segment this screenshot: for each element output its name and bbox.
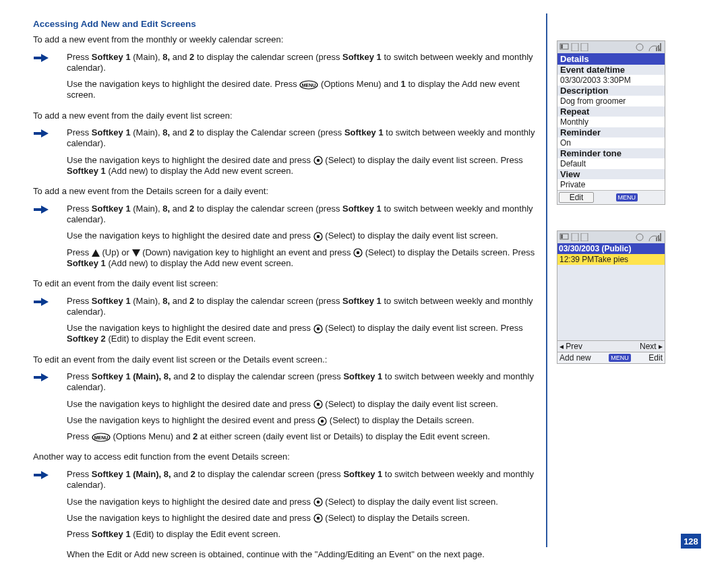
details-step1: Press Softkey 1 (Main), 8, and 2 to disp… <box>67 204 539 226</box>
svg-rect-37 <box>660 233 661 241</box>
svg-rect-32 <box>572 233 578 241</box>
softkey-menu: MENU <box>609 354 631 362</box>
status-bar <box>557 41 665 53</box>
svg-rect-31 <box>561 235 563 239</box>
down-icon <box>132 249 140 257</box>
signal-icon <box>636 43 663 51</box>
svg-marker-6 <box>92 249 100 257</box>
select-icon <box>313 232 323 241</box>
svg-point-5 <box>316 235 319 238</box>
monthly-step1: Press Softkey 1 (Main), 8, and 2 to disp… <box>67 52 539 74</box>
block-details: Press Softkey 1 (Main), 8, and 2 to disp… <box>33 204 539 269</box>
softkey-menu: MENU <box>616 193 638 201</box>
intro-another: Another way to access edit function from… <box>33 451 539 462</box>
value-view: Private <box>557 179 665 190</box>
softkey-edit: Edit <box>648 353 663 363</box>
event-row: 12:39 PMTake pies <box>557 254 665 265</box>
pointer-icon <box>33 469 67 480</box>
next-button: Next ▸ <box>640 342 663 351</box>
monthly-step2: Use the navigation keys to highlight the… <box>67 79 539 101</box>
label-view: View <box>557 169 665 179</box>
select-icon <box>313 497 323 507</box>
svg-point-34 <box>636 234 643 241</box>
svg-rect-33 <box>581 233 588 241</box>
edit-both-step1: Press Softkey 1 (Main), 8, and 2 to disp… <box>67 371 539 394</box>
select-icon <box>313 156 323 165</box>
softkey-edit: Edit <box>559 192 594 203</box>
svg-rect-36 <box>658 235 659 241</box>
status-bar <box>557 231 665 243</box>
block-another: Press Softkey 1 (Main), 8, and 2 to disp… <box>33 469 539 540</box>
pointer-icon <box>33 204 67 214</box>
intro-edit-both: To edit an event from the daily event li… <box>33 354 539 365</box>
value-event-datetime: 03/30/2003 3:30PM <box>557 75 665 86</box>
svg-point-19 <box>316 501 319 503</box>
svg-point-15 <box>321 419 324 422</box>
select-icon <box>317 416 327 426</box>
svg-point-21 <box>316 517 319 520</box>
svg-rect-29 <box>660 43 661 51</box>
svg-text:MENU: MENU <box>302 83 316 88</box>
svg-rect-35 <box>656 237 657 241</box>
phone-details-screen: Details Event date/time 03/30/2003 3:30P… <box>557 40 665 205</box>
another-step1: Press Softkey 1 (Main), 8, and 2 to disp… <box>67 469 539 491</box>
value-description: Dog from groomer <box>557 96 665 106</box>
select-icon <box>313 513 323 523</box>
select-icon <box>313 324 323 334</box>
details-title: Details <box>557 53 665 65</box>
label-reminder: Reminder <box>557 127 665 137</box>
phone-daily-list-screen: 03/30/2003 (Public) 12:39 PMTake pies ◂ … <box>557 230 665 364</box>
label-event-datetime: Event date/time <box>557 65 665 75</box>
another-step2: Use the navigation keys to highlight the… <box>67 497 539 507</box>
svg-point-13 <box>316 403 319 406</box>
intro-edit-daily: To edit an event from the daily event li… <box>33 278 539 289</box>
up-icon <box>92 249 100 257</box>
label-repeat: Repeat <box>557 106 665 117</box>
page-number: 128 <box>681 534 701 549</box>
svg-text:MENU: MENU <box>94 435 109 440</box>
pointer-icon <box>33 127 67 138</box>
softkey-addnew: Add new <box>559 353 591 363</box>
softkey-bar: Edit MENU <box>557 190 665 204</box>
intro-monthly: To add a new event from the monthly or w… <box>33 34 539 45</box>
select-icon <box>313 400 323 409</box>
pointer-icon <box>33 371 67 382</box>
label-description: Description <box>557 86 665 96</box>
pointer-icon <box>33 296 67 307</box>
intro-daily: To add a new event from the daily event … <box>33 111 539 121</box>
edit-daily-step1: Press Softkey 1 (Main), 8, and 2 to disp… <box>67 296 539 318</box>
divider <box>546 13 547 547</box>
daily-step1: Press Softkey 1 (Main), 8, and 2 to disp… <box>67 127 539 150</box>
edit-both-step3: Use the navigation keys to highlight the… <box>67 415 539 426</box>
menu-icon: MENU <box>92 433 111 442</box>
svg-rect-23 <box>561 44 563 49</box>
block-edit-daily: Press Softkey 1 (Main), 8, and 2 to disp… <box>33 296 539 345</box>
svg-rect-25 <box>581 43 588 51</box>
details-step3: Press (Up) or (Down) navigation key to h… <box>67 247 539 270</box>
daily-step2: Use the navigation keys to highlight the… <box>67 155 539 177</box>
another-step3: Use the navigation keys to highlight the… <box>67 513 539 524</box>
value-reminder: On <box>557 137 665 148</box>
block-edit-both: Press Softkey 1 (Main), 8, and 2 to disp… <box>33 371 539 442</box>
another-step5: When the Edit or Add new screen is obtai… <box>67 549 539 560</box>
battery-icon <box>559 233 593 241</box>
pointer-icon <box>33 52 67 63</box>
svg-rect-28 <box>658 45 659 51</box>
block-monthly: Press Softkey 1 (Main), 8, and 2 to disp… <box>33 52 539 101</box>
signal-icon <box>636 233 663 241</box>
value-repeat: Monthly <box>557 117 665 127</box>
svg-point-11 <box>316 327 319 330</box>
svg-point-3 <box>316 159 319 162</box>
another-step4: Press Softkey 1 (Edit) to display the Ed… <box>67 529 539 540</box>
prev-button: ◂ Prev <box>559 342 582 351</box>
select-icon <box>353 248 363 257</box>
block-daily: Press Softkey 1 (Main), 8, and 2 to disp… <box>33 127 539 177</box>
softkey-bar: Add new MENU Edit <box>557 352 665 363</box>
edit-daily-step2: Use the navigation keys to highlight the… <box>67 323 539 345</box>
battery-icon <box>559 43 593 51</box>
value-reminder-tone: Default <box>557 158 665 169</box>
svg-rect-24 <box>572 43 578 51</box>
menu-icon: MENU <box>299 80 318 90</box>
nav-bar: ◂ Prev Next ▸ <box>557 340 665 352</box>
svg-point-9 <box>357 251 359 254</box>
